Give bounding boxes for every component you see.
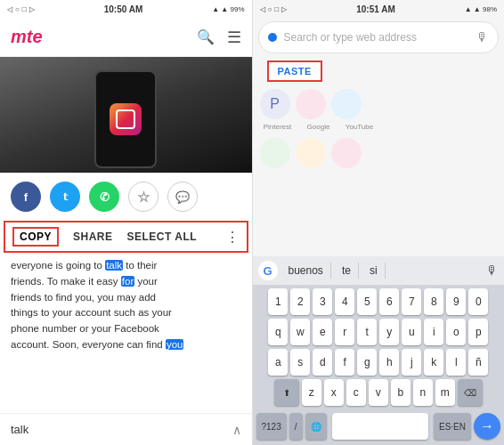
voice-search-icon[interactable]: 🎙: [476, 30, 489, 44]
key-i[interactable]: i: [424, 319, 443, 345]
suggestion-2[interactable]: te: [335, 263, 359, 279]
key-t[interactable]: t: [357, 319, 377, 345]
bookmark-label-3: YouTube: [342, 123, 378, 131]
suggestion-1[interactable]: buenos: [281, 263, 331, 279]
key-e[interactable]: e: [313, 319, 332, 345]
article-line7: phone number or your Facebook: [11, 321, 241, 337]
social-icons-row: f 𝕥 ✆ ☆ 💬: [0, 173, 252, 221]
key-n-tilde[interactable]: ñ: [468, 349, 488, 376]
keyboard-rows: 1 2 3 4 5 6 7 8 9 0 q w e r t y u i: [253, 285, 505, 411]
address-bar[interactable]: Search or type web address 🎙: [258, 21, 500, 53]
status-icons-left: ◁○□▷: [7, 5, 35, 13]
doodle-icon-3[interactable]: [331, 138, 362, 168]
suggestion-3[interactable]: si: [362, 263, 386, 279]
comment-icon[interactable]: 💬: [167, 182, 198, 212]
key-h[interactable]: h: [379, 349, 399, 376]
key-z[interactable]: z: [302, 379, 321, 406]
chevron-up-icon[interactable]: ∧: [232, 423, 241, 437]
space-key[interactable]: [332, 413, 428, 440]
globe-key[interactable]: 🌐: [305, 413, 327, 440]
status-bar-left: ◁○□▷ 10:50 AM ▲ ▲ 99%: [0, 0, 252, 18]
key-y[interactable]: y: [379, 319, 399, 345]
key-1[interactable]: 1: [268, 288, 288, 315]
highlighted-word-talk: talk: [105, 260, 123, 271]
key-f[interactable]: f: [335, 349, 354, 376]
copy-button[interactable]: COPY: [12, 227, 59, 247]
key-b[interactable]: b: [391, 379, 411, 406]
doodle-icon-2[interactable]: [296, 138, 326, 168]
right-panel: ◁○□▷ 10:51 AM ▲ ▲ 98% Search or type web…: [253, 0, 505, 445]
instagram-icon: [110, 103, 142, 135]
address-input[interactable]: Search or type web address: [284, 31, 477, 44]
key-2[interactable]: 2: [290, 288, 310, 315]
bookmark-icon[interactable]: ☆: [128, 182, 159, 212]
key-o[interactable]: o: [446, 319, 466, 345]
paste-button[interactable]: PASTE: [267, 61, 322, 82]
keyboard-mic-icon[interactable]: 🎙: [486, 263, 499, 278]
site-logo: mte: [11, 27, 43, 47]
twitter-share-icon[interactable]: 𝕥: [50, 182, 80, 212]
key-4[interactable]: 4: [335, 288, 354, 315]
article-line6: things to your account such as your: [11, 305, 241, 321]
search-icon[interactable]: 🔍: [197, 28, 215, 45]
key-w[interactable]: w: [290, 319, 310, 345]
article-line8: account. Soon, everyone can find: [11, 339, 166, 350]
key-9[interactable]: 9: [446, 288, 466, 315]
key-q[interactable]: q: [268, 319, 288, 345]
key-v[interactable]: v: [369, 379, 388, 406]
key-a[interactable]: a: [268, 349, 288, 376]
status-icons-right: ◁○□▷: [260, 5, 288, 13]
key-8[interactable]: 8: [424, 288, 443, 315]
qwerty-row: q w e r t y u i o p: [255, 319, 503, 345]
backspace-key[interactable]: ⌫: [458, 379, 483, 406]
share-button[interactable]: SHARE: [73, 231, 113, 243]
number-row: 1 2 3 4 5 6 7 8 9 0: [255, 288, 503, 315]
highlighted-word-for: for: [121, 276, 134, 287]
shift-key[interactable]: ⬆: [274, 379, 299, 406]
article-line5: friends to find you, you may add: [11, 290, 241, 306]
symbols-key[interactable]: ?123: [256, 413, 287, 440]
key-p[interactable]: p: [468, 319, 488, 345]
key-n[interactable]: n: [413, 379, 433, 406]
bookmark-3[interactable]: [331, 89, 362, 119]
bookmark-1[interactable]: P: [260, 89, 290, 119]
hero-image: [0, 57, 252, 173]
key-k[interactable]: k: [424, 349, 443, 376]
language-key[interactable]: ES·EN: [434, 413, 471, 440]
key-s[interactable]: s: [290, 349, 310, 376]
status-battery-right: ▲ ▲ 98%: [465, 5, 497, 13]
nav-bar-left: mte 🔍 ☰: [0, 18, 252, 57]
key-d[interactable]: d: [313, 349, 332, 376]
status-time-left: 10:50 AM: [104, 4, 143, 14]
key-7[interactable]: 7: [402, 288, 421, 315]
article-line1: everyone is going to: [11, 260, 105, 271]
more-options-button[interactable]: ⋮: [225, 229, 240, 246]
bookmarks-row: P: [253, 84, 505, 121]
highlighted-word-you: you: [166, 339, 184, 350]
menu-icon[interactable]: ☰: [227, 28, 241, 47]
key-x[interactable]: x: [324, 379, 344, 406]
key-j[interactable]: j: [402, 349, 421, 376]
zxcv-row: ⬆ z x c v b n m ⌫: [255, 379, 503, 406]
bookmark-label-2: Google: [301, 123, 337, 131]
doodle-icon-1[interactable]: [260, 138, 290, 168]
key-g[interactable]: g: [357, 349, 377, 376]
status-battery-left: ▲ ▲ 99%: [212, 5, 244, 13]
key-6[interactable]: 6: [379, 288, 399, 315]
hero-phone: [94, 70, 157, 168]
select-all-button[interactable]: SELECT ALL: [127, 231, 198, 243]
whatsapp-share-icon[interactable]: ✆: [89, 182, 119, 212]
key-r[interactable]: r: [335, 319, 354, 345]
slash-key[interactable]: /: [289, 413, 303, 440]
key-l[interactable]: l: [446, 349, 466, 376]
enter-key[interactable]: →: [474, 413, 500, 440]
secure-dot: [268, 33, 277, 42]
key-m[interactable]: m: [435, 379, 455, 406]
key-c[interactable]: c: [346, 379, 366, 406]
key-3[interactable]: 3: [313, 288, 332, 315]
facebook-share-icon[interactable]: f: [11, 182, 41, 212]
key-5[interactable]: 5: [357, 288, 377, 315]
bookmark-2[interactable]: [296, 89, 326, 119]
key-0[interactable]: 0: [468, 288, 488, 315]
key-u[interactable]: u: [402, 319, 421, 345]
